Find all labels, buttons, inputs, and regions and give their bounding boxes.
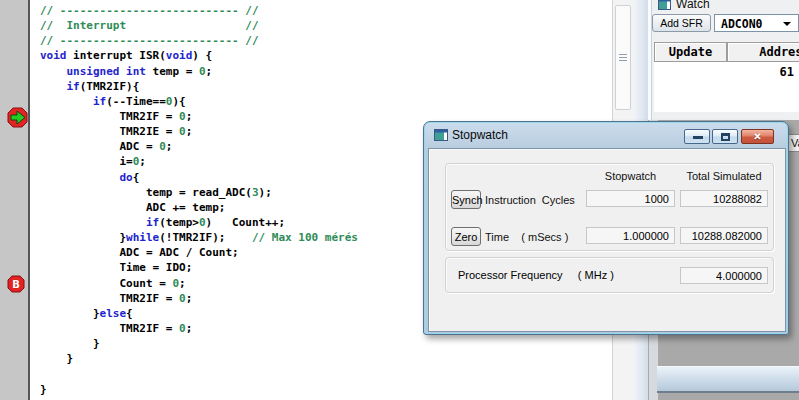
instruction-cycles-total-value: 10288082 [680,190,768,207]
instruction-cycles-label: Instruction Cycles [485,194,575,206]
code-line: ADC = 0; [40,139,358,154]
code-line: ADC += temp; [40,200,358,215]
scrollbar-thumb[interactable] [615,5,631,110]
stopwatch-values-group: Stopwatch Total Simulated Synch Instruct… [445,163,774,251]
code-line: // --------------------------- // [40,3,358,18]
breakpoint-icon[interactable]: B [7,275,25,293]
stopwatch-client-area: Stopwatch Total Simulated Synch Instruct… [428,148,786,332]
code-line: TMR2IF = 0; [40,321,358,336]
code-line: ADC = ADC / Count; [40,245,358,260]
stopwatch-titlebar[interactable]: Stopwatch ✕ [424,122,788,148]
close-icon: ✕ [742,130,773,144]
zero-button[interactable]: Zero [451,227,481,246]
code-line: unsigned int temp = 0; [40,64,358,79]
watch-rows[interactable]: 61 [654,62,799,112]
code-line: } [40,351,358,366]
code-line: TMR2IF = 0; [40,291,358,306]
code-line: temp = read_ADC(3); [40,185,358,200]
minimize-icon [693,136,703,139]
code-line: if(--Time==0){ [40,94,358,109]
instruction-cycles-stopwatch-value: 1000 [586,190,675,207]
watch-column-header-update[interactable]: Update [654,42,727,62]
close-button[interactable]: ✕ [741,129,774,144]
processor-frequency-group: Processor Frequency ( MHz ) 4.000000 [445,257,774,293]
source-code[interactable]: // --------------------------- //// Inte… [40,3,358,397]
column-header-stopwatch: Stopwatch [586,170,675,182]
code-line: } [40,382,358,397]
maximize-button[interactable] [712,129,738,144]
time-total-value: 10288.082000 [680,227,768,244]
code-line: void interrupt ISR(void) { [40,48,358,63]
code-line: Time = IDO; [40,260,358,275]
code-line: TMR2IF = 0; [40,109,358,124]
stopwatch-window-icon [434,129,448,141]
code-line: // Interrupt // [40,18,358,33]
column-header-total-simulated: Total Simulated [676,170,772,182]
mplab-ide-screen: B // --------------------------- //// In… [0,0,799,400]
maximize-icon [721,133,730,141]
code-line: TMR2IE = 0; [40,124,358,139]
code-line: // --------------------------- // [40,33,358,48]
processor-frequency-value: 4.000000 [680,267,768,284]
minimize-button[interactable] [684,129,710,144]
code-line: if(TMR2IF){ [40,79,358,94]
docked-window-titlebar[interactable] [657,366,799,393]
watch-panel: Watch Add SFR ADCON0 Update Address 61 [648,0,799,120]
code-line: do{ [40,170,358,185]
code-line: } [40,336,358,351]
watch-address-value: 61 [742,65,794,79]
code-line: }while(!TMR2IF); // Max 100 mérés [40,230,358,245]
current-execution-arrow-icon[interactable] [7,107,28,128]
stopwatch-dialog: Stopwatch ✕ Stopwatch Total Simulated Sy… [423,121,789,335]
watch-window-icon [658,0,671,10]
code-line: }else{ [40,306,358,321]
code-line: if(temp>0) Count++; [40,215,358,230]
value-column-header-sliver: Value [788,134,799,152]
breakpoint-gutter[interactable]: B [0,0,30,400]
scrollbar-grip-icon [619,54,627,63]
watch-panel-title-label: Watch [676,0,710,11]
code-line: Count = 0; [40,276,358,291]
dialog-title: Stopwatch [452,128,508,142]
sfr-select[interactable]: ADCON0 [714,14,799,32]
code-line [40,366,358,381]
time-msecs-label: Time ( mSecs ) [485,231,568,243]
code-line: i=0; [40,154,358,169]
watch-column-header-address[interactable]: Address [727,42,799,62]
chevron-down-icon[interactable] [783,22,791,26]
svg-text:B: B [12,279,20,290]
processor-frequency-label: Processor Frequency ( MHz ) [458,269,614,281]
sfr-selected-value: ADCON0 [721,17,763,31]
synch-button[interactable]: Synch [451,190,481,209]
add-sfr-button[interactable]: Add SFR [652,14,711,32]
time-stopwatch-value: 1.000000 [586,227,675,244]
